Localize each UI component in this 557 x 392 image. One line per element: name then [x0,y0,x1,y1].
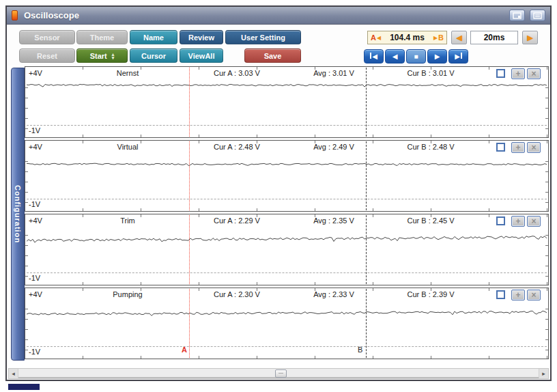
start-spinner-icon[interactable]: ▴▾ [112,53,115,59]
average-value: Avg : 3.01 V [294,69,374,77]
close-icon: × [531,70,536,78]
channel-add-button[interactable]: + [511,142,525,153]
minus1v-gridline [27,346,547,347]
scrollbar-track[interactable] [18,369,539,378]
cursor-a-value: Cur A : 2.30 V [192,290,281,298]
user-setting-button[interactable]: User Setting [225,30,301,44]
cursor-a-value: Cur A : 2.29 V [192,216,281,225]
skip-to-end-button[interactable]: ▶ [448,49,468,64]
cursor-b-line[interactable] [366,141,367,210]
channel-panel: +4V -1V Nernst Cur A : 3.03 V Avg : 3.01… [25,66,549,138]
b-step-icon[interactable]: ▶ [433,35,438,41]
cursor-a-line[interactable] [189,215,190,284]
channel-panel: +4V -1V Virtual Cur A : 2.48 V Avg : 2.4… [25,140,549,212]
channel-panel: +4V -1V Trim Cur A : 2.29 V Avg : 2.35 V… [25,214,549,285]
play-button[interactable]: ▶ [427,49,447,64]
configuration-tab[interactable]: Configuration [11,68,25,361]
oscilloscope-window: Oscilloscope Sensor Theme Name Review Us… [5,5,552,381]
channel-select-checkbox[interactable] [496,143,505,152]
viewall-button[interactable]: ViewAll [180,48,223,63]
right-ticks [545,299,548,350]
a-step-icon[interactable]: ◀ [377,35,381,41]
channel-add-button[interactable]: + [511,68,525,79]
cursor-b-value: Cur B : 2.39 V [382,290,479,298]
average-value: Avg : 2.49 V [294,143,374,151]
app-icon [12,10,18,20]
reset-button[interactable]: Reset [19,48,75,63]
channel-select-checkbox[interactable] [496,290,505,299]
scroll-left-button[interactable]: ◂ [9,369,18,378]
cursor-a-value: Cur A : 3.03 V [192,69,281,77]
cursor-b-line[interactable] [366,215,367,284]
play-icon: ▶ [435,53,440,60]
capture-window-button[interactable] [509,10,525,21]
channel-add-button[interactable]: + [511,216,525,227]
channel-add-button[interactable]: + [511,290,525,300]
close-icon: × [531,291,536,299]
vmin-label: -1V [29,274,40,282]
left-ticks [25,78,28,129]
cursor-a-line[interactable] [189,141,190,210]
cursor-b-value: Cur B : 2.48 V [382,143,479,151]
desktop-fragment [8,384,40,390]
channel-close-button[interactable]: × [527,142,541,153]
cursor-button[interactable]: Cursor [130,48,177,63]
scroll-right-icon: ▸ [542,370,545,377]
right-ticks [545,78,548,129]
plus-icon: + [515,291,520,299]
scrollbar-thumb[interactable] [275,369,287,378]
stop-button[interactable]: ■ [406,49,426,64]
collapse-window-button[interactable] [530,10,545,21]
channel-select-checkbox[interactable] [496,69,505,78]
plus-icon: + [515,70,520,78]
name-button[interactable]: Name [130,30,177,44]
start-button[interactable]: Start ▴▾ [76,48,128,63]
skip-to-start-button[interactable]: ◀ [364,49,384,64]
timebase-increase-button[interactable]: ▶ [522,31,538,44]
ab-delta-value: 104.4 ms [382,33,433,42]
start-button-label: Start [90,52,107,60]
channel-close-button[interactable]: × [527,290,541,300]
plus-icon: + [515,143,520,152]
cursor-a-bottom-tag: A [182,346,187,354]
channel-name: Trim [66,216,189,225]
cursor-b-line[interactable] [366,68,367,137]
channel-close-button[interactable]: × [527,216,541,227]
channel-name: Virtual [66,143,189,151]
cursor-a-line[interactable] [189,68,190,137]
right-ticks [545,152,548,203]
vmin-label: -1V [29,200,40,208]
horizontal-scrollbar[interactable]: ◂ ▸ [8,368,549,379]
vmin-label: -1V [29,348,40,356]
sensor-button[interactable]: Sensor [19,30,75,44]
window-title: Oscilloscope [24,10,79,20]
capture-window-icon [513,12,522,19]
minus1v-gridline [27,125,547,126]
theme-button[interactable]: Theme [76,30,128,44]
scroll-right-button[interactable]: ▸ [539,369,548,378]
cursor-a-tag: A [371,33,376,42]
timebase-decrease-button[interactable]: ◀ [451,31,467,44]
ab-delta-display: A ◀ 104.4 ms ▶ B [367,31,447,44]
bottom-ticks [25,356,548,359]
channel-panel: +4V -1V Pumping Cur A : 2.30 V Avg : 2.3… [25,288,549,359]
cursor-a-line[interactable] [189,289,190,358]
vmin-label: -1V [29,126,40,135]
scroll-left-icon: ◂ [12,370,15,377]
channel-name: Pumping [66,290,189,298]
review-button[interactable]: Review [180,30,223,44]
channel-select-checkbox[interactable] [496,216,505,225]
left-ticks [25,225,28,277]
channel-close-button[interactable]: × [527,68,541,79]
cursor-b-bottom-tag: B [358,346,362,354]
vmax-label: +4V [29,143,42,151]
save-button[interactable]: Save [244,48,301,63]
waveform-trace [25,214,548,285]
left-ticks [25,299,28,350]
cursor-b-tag: B [438,33,444,42]
timebase-inc-icon: ▶ [527,33,532,42]
step-back-button[interactable]: ◀ [385,49,405,64]
bottom-ticks [25,208,548,211]
cursor-b-line[interactable] [366,289,367,358]
plus-icon: + [515,217,520,225]
